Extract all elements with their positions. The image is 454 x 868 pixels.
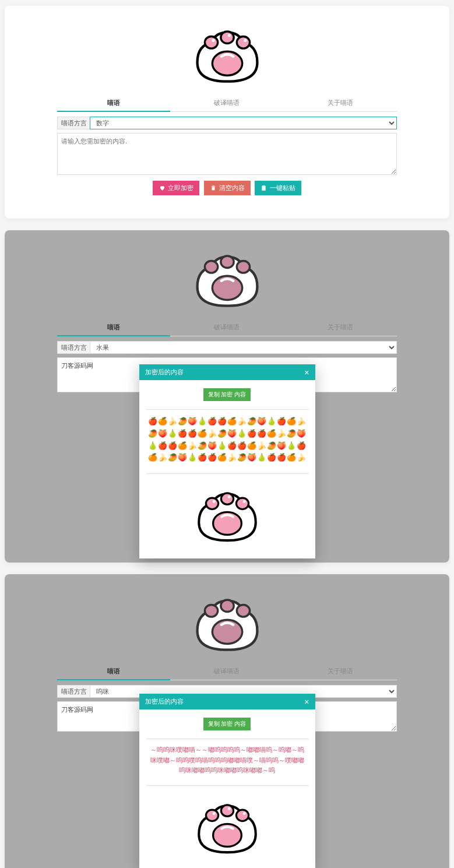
tab-about[interactable]: 关于喵语 xyxy=(284,663,397,680)
tabs: 喵语 破译喵语 关于喵语 xyxy=(57,319,397,336)
encrypt-button[interactable]: 立即加密 xyxy=(153,181,199,195)
divider xyxy=(146,739,308,739)
divider xyxy=(146,785,308,786)
paste-button-label: 一键粘贴 xyxy=(270,184,295,192)
trash-icon xyxy=(210,185,217,192)
close-icon: × xyxy=(304,697,309,707)
modal-close-button[interactable]: × xyxy=(304,368,309,377)
logo xyxy=(5,237,449,319)
clipboard-icon xyxy=(261,185,268,192)
cipher-output: ～呜呜咪噗嘟喵～～嘟呜呜呜呜～嘟嘟喵呜～呜嘟～呜咪噗嘟～呜呜噗呜喵呜呜呜嘟嘟喵噗… xyxy=(146,745,308,782)
result-modal: 加密后的内容 × 复制 加密 内容 🍎🍊🍌🥭🍑🍐🍎🍎🍊🍌🥭🍑🍐🍎🍊🍌🥭🍑🍐🍎🍎🍊… xyxy=(139,364,315,558)
button-row: 立即加密 清空内容 一键粘贴 xyxy=(5,181,449,195)
dialect-label: 喵语方言 xyxy=(57,341,90,354)
encrypt-button-label: 立即加密 xyxy=(168,184,193,192)
dialect-select[interactable]: 水果 xyxy=(90,341,397,354)
result-modal: 加密后的内容 × 复制 加密 内容 ～呜呜咪噗嘟喵～～嘟呜呜呜呜～嘟嘟喵呜～呜嘟… xyxy=(139,694,315,868)
tab-about[interactable]: 关于喵语 xyxy=(284,319,397,336)
tabs: 喵语 破译喵语 关于喵语 xyxy=(57,95,397,112)
tab-encrypt[interactable]: 喵语 xyxy=(57,663,170,680)
close-icon: × xyxy=(304,368,309,377)
logo xyxy=(5,581,449,663)
modal-logo xyxy=(189,792,265,858)
panel-encrypt-empty: 喵语 破译喵语 关于喵语 喵语方言 数字 立即加密 清空内容 xyxy=(5,6,449,219)
tab-about[interactable]: 关于喵语 xyxy=(284,95,397,111)
modal-close-button[interactable]: × xyxy=(304,698,309,706)
tab-decrypt[interactable]: 破译喵语 xyxy=(170,663,283,680)
tab-encrypt[interactable]: 喵语 xyxy=(57,95,170,112)
dialect-select[interactable]: 数字 xyxy=(90,117,397,129)
divider xyxy=(146,409,308,410)
dialect-label: 喵语方言 xyxy=(57,685,90,698)
modal-title: 加密后的内容 xyxy=(145,368,184,377)
content-textarea[interactable] xyxy=(57,133,397,175)
panel-encrypt-fruit-result: 喵语 破译喵语 关于喵语 喵语方言 水果 刀客源码网 加密后的内容 × 复制 加… xyxy=(5,230,449,563)
tabs: 喵语 破译喵语 关于喵语 xyxy=(57,663,397,680)
heart-icon xyxy=(159,185,166,192)
clear-button-label: 清空内容 xyxy=(219,184,245,192)
divider xyxy=(146,473,308,474)
modal-logo xyxy=(189,480,265,546)
logo xyxy=(5,13,449,95)
tab-decrypt[interactable]: 破译喵语 xyxy=(170,95,283,111)
copy-result-button[interactable]: 复制 加密 内容 xyxy=(203,718,251,730)
panel-encrypt-wumi-result: 喵语 破译喵语 关于喵语 喵语方言 呜咪 刀客源码网 加密后的内容 × 复制 加… xyxy=(5,574,449,868)
copy-result-button[interactable]: 复制 加密 内容 xyxy=(203,388,251,401)
tab-decrypt[interactable]: 破译喵语 xyxy=(170,319,283,336)
clear-button[interactable]: 清空内容 xyxy=(204,181,251,195)
paste-button[interactable]: 一键粘贴 xyxy=(255,181,301,195)
modal-title: 加密后的内容 xyxy=(145,697,184,706)
cipher-output: 🍎🍊🍌🥭🍑🍐🍎🍎🍊🍌🥭🍑🍐🍎🍊🍌🥭🍑🍐🍎🍎🍊🍌🥭🍑🍐🍎🍎🍊🍌🥭🍑🍐🍎🍎🍊🍌🥭🍑🍐… xyxy=(146,416,308,470)
dialect-label: 喵语方言 xyxy=(57,117,90,129)
tab-encrypt[interactable]: 喵语 xyxy=(57,319,170,336)
